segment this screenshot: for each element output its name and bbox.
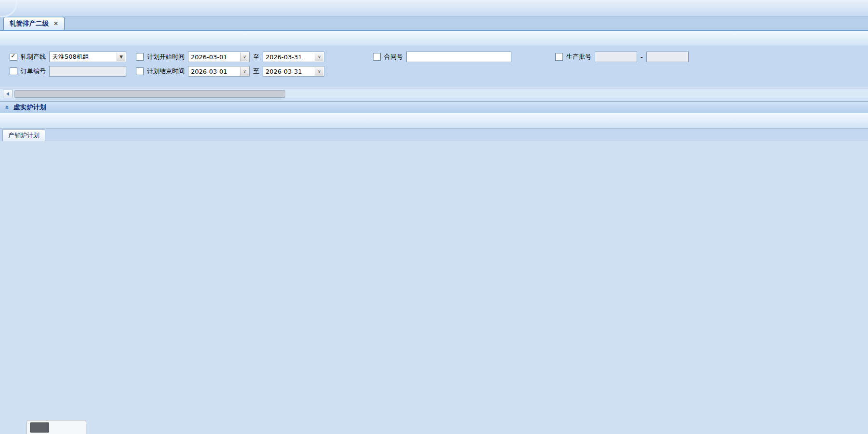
app-window: 轧管排产二级 ✕ 轧制产线 天淮508机组 ▼ 计划开始时间 2026-03-0…: [0, 0, 868, 434]
plan-start-to-date[interactable]: 2026-03-31 ∨: [263, 52, 324, 62]
order-no-label: 订单编号: [21, 67, 46, 76]
tab-bar: 轧管排产二级 ✕: [0, 16, 868, 31]
order-no-checkbox[interactable]: [10, 67, 17, 75]
filter-contract: 合同号: [373, 52, 555, 62]
plan-end-to-value: 2026-03-31: [266, 68, 302, 75]
plan-end-from-date[interactable]: 2026-03-01 ∨: [188, 66, 250, 77]
scrollbar-thumb[interactable]: [14, 90, 285, 98]
rolling-line-label: 轧制产线: [21, 53, 46, 61]
plan-end-from-value: 2026-03-01: [191, 68, 227, 75]
batch-to-input[interactable]: [646, 52, 689, 62]
collapse-icon[interactable]: «: [3, 105, 11, 109]
scroll-left-button[interactable]: [3, 90, 13, 98]
main-toolbar: [0, 31, 868, 46]
plan-end-checkbox[interactable]: [136, 67, 144, 75]
plan-start-label: 计划开始时间: [147, 53, 185, 61]
menu-bar: [0, 0, 868, 16]
filter-plan-start: 计划开始时间 2026-03-01 ∨ 至 2026-03-31 ∨: [136, 52, 346, 62]
batch-from-input[interactable]: [595, 52, 637, 62]
close-icon[interactable]: ✕: [53, 20, 58, 27]
plan-start-checkbox[interactable]: [136, 53, 144, 61]
batch-checkbox[interactable]: [555, 53, 563, 61]
bottom-left-widget-thumbnail: [30, 422, 49, 433]
filter-rolling-line: 轧制产线 天淮508机组 ▼: [10, 52, 136, 62]
plan-start-from-value: 2026-03-01: [191, 53, 227, 61]
rolling-line-checkbox[interactable]: [10, 53, 17, 61]
chevron-down-icon[interactable]: ▼: [117, 53, 125, 61]
scroll-left-icon: [6, 92, 9, 96]
furnace-panel-header: « 虚实炉计划: [0, 101, 868, 113]
date-joiner-label: 至: [253, 53, 259, 61]
tab-furnace-plan[interactable]: 产销炉计划: [2, 129, 45, 141]
rolling-line-select[interactable]: 天淮508机组 ▼: [49, 52, 126, 62]
batch-dash-label: -: [641, 53, 643, 61]
chevron-down-icon[interactable]: ∨: [240, 67, 249, 76]
plan-end-to-date[interactable]: 2026-03-31 ∨: [263, 66, 324, 77]
batch-label: 生产批号: [566, 53, 591, 61]
plan-start-from-date[interactable]: 2026-03-01 ∨: [188, 52, 250, 62]
order-no-input[interactable]: [49, 66, 126, 77]
tab-rolling-schedule[interactable]: 轧管排产二级 ✕: [3, 17, 65, 30]
rolling-line-value: 天淮508机组: [52, 53, 89, 61]
filter-batch: 生产批号 -: [555, 52, 689, 62]
furnace-toolbar: [0, 113, 868, 129]
tab-title: 轧管排产二级: [10, 19, 49, 28]
date-joiner-label: 至: [253, 67, 259, 76]
furnace-tab-bar: 产销炉计划: [0, 129, 868, 141]
filter-row-1: 轧制产线 天淮508机组 ▼ 计划开始时间 2026-03-01 ∨ 至 202…: [10, 50, 868, 64]
filter-order-no: 订单编号: [10, 66, 136, 77]
contract-label: 合同号: [384, 53, 403, 61]
chevron-down-icon[interactable]: ∨: [315, 53, 323, 61]
horizontal-scrollbar[interactable]: [0, 89, 868, 98]
furnace-panel-title: 虚实炉计划: [13, 103, 46, 112]
filter-panel: 轧制产线 天淮508机组 ▼ 计划开始时间 2026-03-01 ∨ 至 202…: [0, 46, 868, 87]
plan-end-label: 计划结束时间: [147, 67, 185, 76]
plan-start-to-value: 2026-03-31: [266, 53, 302, 61]
contract-checkbox[interactable]: [373, 53, 381, 61]
chevron-down-icon[interactable]: ∨: [240, 53, 249, 61]
chevron-down-icon[interactable]: ∨: [315, 67, 323, 76]
filter-plan-end: 计划结束时间 2026-03-01 ∨ 至 2026-03-31 ∨: [136, 66, 346, 77]
bottom-left-widget[interactable]: [27, 420, 86, 434]
filter-row-2: 订单编号 计划结束时间 2026-03-01 ∨ 至 2026-03-31 ∨: [10, 65, 868, 78]
contract-input[interactable]: [406, 52, 511, 62]
